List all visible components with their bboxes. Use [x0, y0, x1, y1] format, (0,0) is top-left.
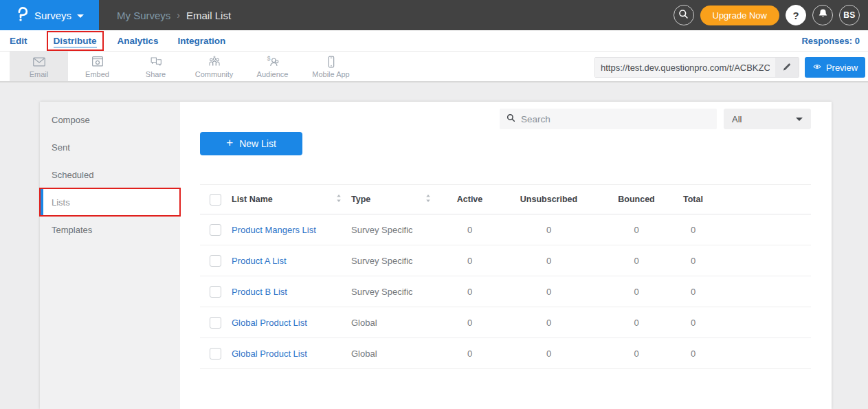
list-type: Survey Specific	[351, 256, 441, 266]
sort-icon	[425, 194, 431, 205]
list-name-link[interactable]: Product B List	[232, 287, 287, 297]
unsubscribed-count: 0	[499, 225, 599, 235]
product-switcher[interactable]: Surveys	[0, 0, 99, 30]
header-total: Total	[674, 195, 712, 204]
new-list-button[interactable]: + New List	[200, 132, 302, 155]
row-checkbox[interactable]	[210, 255, 221, 267]
header-active: Active	[441, 195, 499, 204]
table-header-row: List Name Type Active Unsubscribed Bounc…	[200, 184, 811, 214]
unsubscribed-count: 0	[499, 318, 599, 328]
tab-audience[interactable]: $ Audience	[243, 52, 302, 81]
active-count: 0	[441, 256, 499, 266]
eye-icon	[812, 63, 822, 73]
table-row: Product B List Survey Specific 0 0 0 0	[200, 276, 811, 307]
tab-share[interactable]: Share	[126, 52, 185, 81]
unsubscribed-count: 0	[499, 287, 599, 297]
tab-edit[interactable]: Edit	[10, 36, 27, 46]
list-search-box	[500, 109, 717, 129]
table-row: Global Product List Global 0 0 0 0	[200, 307, 811, 338]
bounced-count: 0	[599, 349, 674, 359]
distribute-toolbar: Email Embed Share Community $ Audience M…	[0, 52, 868, 82]
chevron-down-icon	[77, 14, 84, 18]
active-count: 0	[441, 225, 499, 235]
tab-community[interactable]: Community	[185, 52, 243, 81]
list-type-filter[interactable]: All	[724, 109, 811, 129]
table-row: Global Product List Global 0 0 0 0	[200, 338, 811, 369]
total-count: 0	[674, 318, 712, 328]
help-button[interactable]: ?	[786, 5, 806, 25]
edit-url-button[interactable]	[775, 58, 799, 77]
list-name-link[interactable]: Product Mangers List	[232, 225, 316, 235]
unsubscribed-count: 0	[499, 256, 599, 266]
audience-icon: $	[265, 54, 281, 69]
avatar[interactable]: BS	[839, 5, 860, 25]
header-list-name[interactable]: List Name	[232, 194, 351, 205]
upgrade-now-button[interactable]: Upgrade Now	[700, 5, 780, 25]
list-type: Global	[351, 349, 441, 359]
total-count: 0	[674, 256, 712, 266]
notifications-button[interactable]	[812, 5, 833, 25]
topbar: Surveys My Surveys › Email List Upgrade …	[0, 0, 868, 30]
topbar-actions: Upgrade Now ? BS	[674, 5, 860, 25]
tab-distribute[interactable]: Distribute	[54, 36, 97, 48]
bounced-count: 0	[599, 318, 674, 328]
mobile-app-icon	[323, 54, 340, 69]
search-button[interactable]	[674, 5, 694, 25]
search-icon	[507, 113, 515, 125]
list-type: Global	[351, 318, 441, 328]
list-search-input[interactable]	[521, 114, 710, 124]
table-row: Product Mangers List Survey Specific 0 0…	[200, 214, 811, 245]
share-icon	[148, 54, 164, 69]
list-name-link[interactable]: Global Product List	[232, 318, 307, 328]
bounced-count: 0	[599, 287, 674, 297]
breadcrumb-parent[interactable]: My Surveys	[117, 10, 170, 21]
sidebar-item-compose[interactable]: Compose	[40, 106, 180, 133]
active-count: 0	[441, 349, 499, 359]
header-type[interactable]: Type	[351, 194, 441, 205]
new-list-label: New List	[239, 138, 276, 149]
sidebar-item-templates[interactable]: Templates	[40, 216, 180, 243]
email-icon	[31, 54, 47, 69]
survey-url-input[interactable]	[595, 58, 775, 77]
tab-integration[interactable]: Integration	[178, 36, 226, 46]
sidebar-item-lists[interactable]: Lists	[40, 188, 180, 216]
email-sidebar: Compose Sent Scheduled Lists Templates	[40, 102, 180, 409]
tab-embed[interactable]: Embed	[68, 52, 126, 81]
breadcrumb-separator: ›	[177, 10, 180, 21]
list-name-link[interactable]: Global Product List	[232, 349, 307, 359]
highlight-distribute: Distribute	[47, 31, 104, 51]
row-checkbox[interactable]	[210, 286, 221, 298]
breadcrumb-current: Email List	[186, 10, 231, 21]
tab-mobile-app[interactable]: Mobile App	[302, 52, 360, 81]
community-icon	[206, 54, 223, 69]
email-lists-table: List Name Type Active Unsubscribed Bounc…	[200, 184, 811, 369]
list-type: Survey Specific	[351, 287, 441, 297]
tab-community-label: Community	[195, 70, 234, 78]
page-background: Compose Sent Scheduled Lists Templates A…	[0, 82, 868, 409]
bounced-count: 0	[599, 256, 674, 266]
responses-count[interactable]: Responses: 0	[801, 36, 860, 46]
unsubscribed-count: 0	[499, 349, 599, 359]
sidebar-item-sent[interactable]: Sent	[40, 133, 180, 161]
filter-row: All	[200, 109, 811, 129]
header-unsubscribed: Unsubscribed	[499, 195, 599, 204]
list-name-link[interactable]: Product A List	[232, 256, 287, 266]
tab-mobile-app-label: Mobile App	[312, 70, 349, 78]
table-row: Product A List Survey Specific 0 0 0 0	[200, 245, 811, 276]
svg-text:$: $	[267, 56, 270, 62]
help-icon: ?	[792, 10, 799, 21]
tab-audience-label: Audience	[257, 70, 289, 78]
row-checkbox[interactable]	[210, 317, 221, 329]
select-all-checkbox[interactable]	[210, 194, 221, 206]
active-count: 0	[441, 287, 499, 297]
preview-button[interactable]: Preview	[805, 57, 865, 78]
header-bounced: Bounced	[599, 195, 674, 204]
row-checkbox[interactable]	[210, 224, 221, 236]
avatar-initials: BS	[843, 10, 855, 20]
product-name: Surveys	[34, 10, 71, 21]
tab-analytics[interactable]: Analytics	[118, 36, 159, 46]
sidebar-item-scheduled[interactable]: Scheduled	[40, 161, 180, 188]
list-type: Survey Specific	[351, 225, 441, 235]
row-checkbox[interactable]	[210, 348, 221, 360]
tab-email[interactable]: Email	[10, 52, 68, 81]
